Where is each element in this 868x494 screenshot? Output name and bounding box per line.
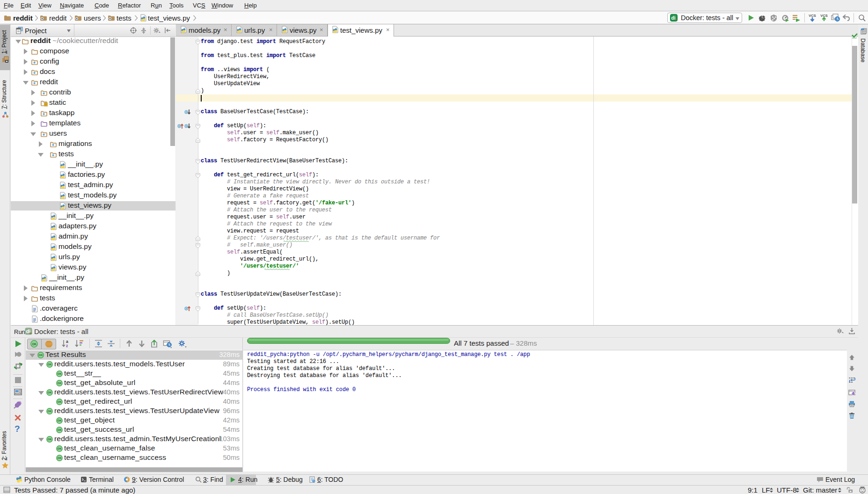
svg-text:OK: OK [58,372,62,375]
svg-text:OK: OK [58,447,62,450]
svg-text:OK: OK [48,391,52,394]
svg-text:OK: OK [58,400,62,403]
svg-text:OK: OK [32,342,36,346]
svg-text:OK: OK [58,382,62,385]
svg-text:OK: OK [58,419,62,422]
svg-text:z: z [66,343,68,348]
svg-text:OK: OK [48,438,52,441]
svg-text:VCS: VCS [809,14,816,18]
svg-text:OK: OK [39,354,44,356]
svg-text:OK: OK [48,410,52,413]
svg-text:OK: OK [48,363,52,366]
svg-text:OK: OK [58,429,62,431]
svg-text:OK: OK [58,457,62,459]
svg-text:di: di [671,15,676,21]
